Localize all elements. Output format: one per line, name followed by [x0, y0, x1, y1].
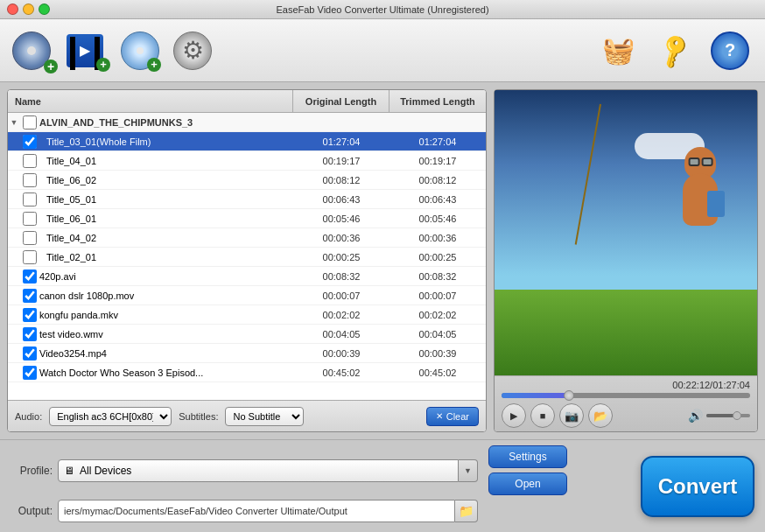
file-rows-container: Title_03_01(Whole Film)01:27:0401:27:04T…: [8, 132, 486, 382]
trimmed-time: 00:00:25: [390, 252, 486, 262]
settings-button[interactable]: Settings: [488, 445, 567, 468]
volume-knob[interactable]: [733, 411, 741, 420]
output-folder-button[interactable]: 📁: [455, 500, 478, 522]
row-checkbox[interactable]: [23, 270, 37, 284]
trimmed-time: 00:00:07: [390, 290, 486, 301]
list-item[interactable]: Title_03_01(Whole Film)01:27:0401:27:04: [8, 132, 486, 151]
row-checkbox[interactable]: [23, 192, 37, 206]
trimmed-time: 00:04:05: [390, 329, 486, 340]
glasses-right-lens: [702, 158, 713, 166]
folder-row[interactable]: ▼ ALVIN_AND_THE_CHIPMUNKS_3: [8, 113, 486, 132]
close-button[interactable]: [7, 4, 18, 15]
volume-control: 🔊: [688, 409, 750, 423]
add-disc-button[interactable]: +: [116, 26, 165, 75]
original-time: 01:27:04: [293, 136, 390, 147]
clear-button[interactable]: Clear: [426, 407, 479, 426]
original-time: 00:04:05: [293, 329, 390, 340]
row-checkbox[interactable]: [23, 366, 37, 380]
audio-select[interactable]: English ac3 6CH[0x80]: [49, 407, 172, 426]
row-filename: Video3254.mp4: [39, 348, 293, 359]
subtitles-select[interactable]: No Subtitle: [225, 407, 304, 426]
file-list: ▼ ALVIN_AND_THE_CHIPMUNKS_3 Title_03_01(…: [8, 113, 486, 400]
row-checkbox[interactable]: [23, 135, 37, 149]
open-button[interactable]: Open: [488, 472, 567, 495]
row-filename: kongfu panda.mkv: [39, 310, 293, 320]
progress-fill: [502, 393, 569, 398]
file-panel: Name Original Length Trimmed Length ▼ AL…: [7, 89, 487, 432]
trimmed-time: 00:02:02: [390, 310, 486, 320]
row-checkbox[interactable]: [23, 231, 37, 245]
volume-slider[interactable]: [706, 414, 750, 417]
chipmunk-item: [707, 191, 725, 217]
trimmed-time: 00:08:12: [390, 175, 486, 186]
list-item[interactable]: Title_06_0100:05:4600:05:46: [8, 209, 486, 228]
add-dvd-button[interactable]: +: [11, 26, 60, 75]
help-icon[interactable]: ?: [705, 26, 754, 75]
row-checkbox[interactable]: [23, 308, 37, 322]
list-item[interactable]: Watch Doctor Who Season 3 Episod...00:45…: [8, 363, 486, 382]
original-time: 00:19:17: [293, 156, 390, 166]
snapshot-button[interactable]: 📷: [559, 403, 584, 428]
original-time: 00:05:46: [293, 214, 390, 224]
list-item[interactable]: canon dslr 1080p.mov00:00:0700:00:07: [8, 286, 486, 305]
row-filename: Watch Doctor Who Season 3 Episod...: [39, 368, 293, 378]
window-title: EaseFab Video Converter Ultimate (Unregi…: [276, 4, 488, 15]
list-item[interactable]: 420p.avi00:08:3200:08:32: [8, 267, 486, 286]
basket-icon[interactable]: 🧺: [593, 26, 642, 75]
trimmed-time: 00:00:36: [390, 233, 486, 243]
list-item[interactable]: Title_04_0100:19:1700:19:17: [8, 151, 486, 171]
row-checkbox[interactable]: [23, 327, 37, 341]
row-filename: 420p.avi: [39, 271, 293, 282]
preferences-button[interactable]: [168, 26, 217, 75]
play-button[interactable]: ▶: [502, 403, 526, 428]
glasses-left-lens: [689, 158, 700, 166]
expand-icon[interactable]: ▼: [8, 118, 20, 127]
col-trimmed-header: Trimmed Length: [390, 90, 486, 112]
chipmunk-glasses: [689, 158, 713, 166]
list-item[interactable]: Video3254.mp400:00:3900:00:39: [8, 344, 486, 363]
trimmed-time: 00:00:39: [390, 348, 486, 359]
list-item[interactable]: kongfu panda.mkv00:02:0200:02:02: [8, 305, 486, 325]
original-time: 00:00:25: [293, 252, 390, 262]
output-label: Output:: [11, 505, 53, 517]
window-controls[interactable]: [7, 4, 50, 15]
stop-button[interactable]: ■: [530, 403, 555, 428]
trimmed-time: 00:45:02: [390, 368, 486, 378]
row-filename: canon dslr 1080p.mov: [39, 290, 293, 301]
profile-select[interactable]: 🖥 All Devices: [58, 459, 459, 482]
list-item[interactable]: Title_06_0200:08:1200:08:12: [8, 171, 486, 190]
folder-name: ALVIN_AND_THE_CHIPMUNKS_3: [39, 117, 293, 128]
profile-dropdown-arrow[interactable]: ▼: [459, 459, 478, 482]
convert-button[interactable]: Convert: [641, 456, 754, 517]
maximize-button[interactable]: [39, 4, 50, 15]
col-original-header: Original Length: [293, 90, 390, 112]
row-checkbox[interactable]: [23, 289, 37, 303]
row-filename: Title_06_01: [39, 214, 293, 224]
profile-label: Profile:: [11, 465, 53, 477]
ground-bg: [495, 290, 757, 375]
list-item[interactable]: Title_05_0100:06:4300:06:43: [8, 190, 486, 209]
list-item[interactable]: test video.wmv00:04:0500:04:05: [8, 325, 486, 344]
add-video-button[interactable]: ▶ +: [63, 26, 112, 75]
row-checkbox[interactable]: [23, 173, 37, 187]
row-filename: Title_04_02: [39, 233, 293, 243]
progress-bar[interactable]: [502, 393, 750, 398]
row-filename: Title_06_02: [39, 175, 293, 186]
row-checkbox[interactable]: [23, 212, 37, 226]
key-icon[interactable]: 🔑: [649, 26, 698, 75]
toolbar-right: 🧺 🔑 ?: [593, 26, 754, 75]
folder-button[interactable]: 📂: [588, 403, 613, 428]
row-checkbox[interactable]: [23, 250, 37, 264]
profile-value: All Devices: [80, 465, 131, 477]
list-item[interactable]: Title_04_0200:00:3600:00:36: [8, 228, 486, 248]
row-checkbox[interactable]: [23, 346, 37, 360]
bottom-row: Profile: 🖥 All Devices ▼ Settings Open O…: [11, 445, 754, 527]
progress-knob[interactable]: [564, 390, 574, 401]
list-item[interactable]: Title_02_0100:00:2500:00:25: [8, 248, 486, 267]
minimize-button[interactable]: [23, 4, 34, 15]
row-filename: Title_05_01: [39, 194, 293, 205]
profile-icon: 🖥: [64, 465, 74, 477]
folder-checkbox[interactable]: [23, 116, 37, 130]
output-path[interactable]: iers/mymac/Documents/EaseFab/Video Conve…: [58, 500, 455, 522]
row-checkbox[interactable]: [23, 154, 37, 168]
